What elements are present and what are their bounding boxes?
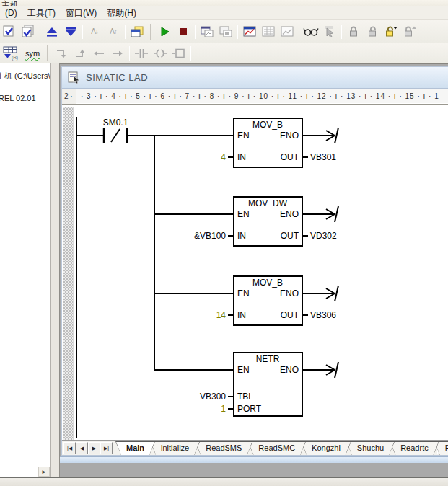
tab-readsms[interactable]: ReadSMS bbox=[195, 441, 252, 455]
upload-button[interactable] bbox=[43, 23, 61, 40]
line-up-button[interactable] bbox=[71, 45, 89, 62]
operand-out: VB306 bbox=[310, 310, 336, 320]
pin-out: OUT bbox=[281, 152, 299, 162]
separator bbox=[125, 25, 126, 39]
project-tree-root[interactable]: 主机 (C:\Users\ bbox=[0, 71, 50, 81]
operand-in: &VB100 bbox=[194, 231, 226, 241]
pin-in: IN bbox=[237, 310, 246, 320]
tab-label: Shuchu bbox=[347, 442, 394, 455]
ruler-ticks: · 3 · ı · 4 · ı · 5 · ı · 6 · ı · 7 · ı … bbox=[76, 89, 448, 104]
pause-status-button[interactable] bbox=[216, 23, 235, 40]
insert-box-button[interactable] bbox=[170, 45, 188, 62]
operand-in: 4 bbox=[221, 152, 226, 162]
tab-nav-next-button[interactable]: ▶ bbox=[88, 442, 100, 454]
main-area: 主机 (C:\Users\ REL 02.01 ► SIMATIC LAD 2 … bbox=[0, 63, 448, 477]
chart-history-icon bbox=[261, 25, 276, 38]
line-left-button[interactable] bbox=[89, 45, 108, 62]
read-all-forced-button[interactable] bbox=[400, 23, 419, 40]
address-table-button[interactable]: (R) bbox=[0, 45, 22, 62]
menu-help[interactable]: 帮助(H) bbox=[102, 6, 141, 21]
program-status-icon bbox=[200, 25, 214, 38]
tab-main[interactable]: Main bbox=[115, 441, 155, 455]
tab-nav-last-button[interactable]: ▶| bbox=[100, 442, 113, 454]
line-down-button[interactable] bbox=[52, 45, 71, 62]
nav-last-icon: ▶| bbox=[104, 446, 109, 451]
editor-titlebar[interactable]: SIMATIC LAD bbox=[62, 67, 448, 89]
project-tree-panel[interactable]: 主机 (C:\Users\ REL 02.01 ► bbox=[0, 63, 51, 477]
run-button[interactable] bbox=[155, 23, 174, 40]
tab-readsmc[interactable]: ReadSMC bbox=[247, 441, 306, 455]
lock-up-icon bbox=[403, 25, 416, 37]
tab-label: Kongzhi bbox=[302, 442, 351, 455]
menu-window[interactable]: 窗口(W) bbox=[61, 6, 102, 21]
compile-button[interactable] bbox=[0, 23, 19, 40]
download-button[interactable] bbox=[61, 23, 80, 40]
toolbar-standard: A↓ A↑ bbox=[0, 20, 448, 43]
operand-in: 14 bbox=[216, 310, 227, 320]
line-right-button[interactable] bbox=[108, 45, 127, 62]
force-pointer-icon bbox=[323, 25, 336, 37]
tab-nav-first-button[interactable]: |◀ bbox=[63, 442, 76, 454]
nav-prev-icon: ◀ bbox=[80, 446, 84, 451]
force-all-button[interactable] bbox=[382, 23, 400, 40]
separator bbox=[190, 46, 191, 61]
force-button[interactable] bbox=[344, 23, 363, 40]
block-mov-b-1[interactable]: MOV_B EN ENO IN OUT 4 VB301 bbox=[221, 118, 336, 167]
view-status-button[interactable] bbox=[302, 23, 320, 40]
chart-status-button[interactable] bbox=[240, 23, 259, 40]
ladder-document-icon bbox=[68, 71, 81, 84]
tab-label: Main bbox=[116, 442, 154, 455]
insert-contact-button[interactable] bbox=[132, 45, 151, 62]
tab-kongzhi[interactable]: Kongzhi bbox=[301, 441, 351, 455]
pin-en: EN bbox=[237, 365, 250, 375]
pin-en: EN bbox=[237, 288, 250, 299]
menubar: (D) 工具(T) 窗口(W) 帮助(H) bbox=[0, 6, 448, 20]
sort-ascending-icon: A↑ bbox=[110, 27, 117, 35]
ladder-canvas[interactable]: SM0.1 MOV_B EN ENO IN bbox=[62, 105, 448, 440]
mdi-workspace: SIMATIC LAD 2 · · 3 · ı · 4 · ı · 5 · ı … bbox=[60, 63, 448, 477]
block-title: MOV_DW bbox=[248, 198, 288, 208]
symbol-info-button[interactable]: sym bbox=[22, 45, 43, 62]
compile-all-button[interactable] bbox=[19, 23, 38, 40]
pin-eno: ENO bbox=[280, 131, 299, 141]
tab-initialize[interactable]: initialize bbox=[150, 441, 200, 455]
block-title: MOV_B bbox=[252, 120, 283, 130]
sort-descending-icon: A↓ bbox=[91, 27, 98, 35]
rung-wiring bbox=[76, 136, 234, 370]
separator bbox=[150, 24, 151, 40]
separator bbox=[341, 25, 342, 39]
ladder-editor-window[interactable]: SIMATIC LAD 2 · · 3 · ı · 4 · ı · 5 · ı … bbox=[61, 66, 448, 456]
sort-ascending-button[interactable]: A↑ bbox=[104, 23, 123, 40]
force-pointer-button[interactable] bbox=[320, 23, 339, 40]
stop-button[interactable] bbox=[174, 23, 193, 40]
separator bbox=[47, 45, 48, 61]
line-down-icon bbox=[55, 48, 68, 59]
sort-descending-button[interactable]: A↓ bbox=[85, 23, 104, 40]
menu-tools[interactable]: 工具(T) bbox=[22, 6, 61, 21]
box-icon bbox=[172, 48, 186, 59]
block-netr[interactable]: NETR EN ENO TBL VB300 PORT 1 bbox=[200, 353, 302, 416]
separator bbox=[237, 25, 238, 39]
tree-scroll-right-button[interactable]: ► bbox=[38, 467, 50, 477]
rung-arrow bbox=[302, 128, 338, 143]
tab-nav-prev-button[interactable]: ◀ bbox=[76, 442, 88, 454]
menu-debug[interactable]: (D) bbox=[0, 6, 22, 19]
program-status-button[interactable] bbox=[198, 23, 216, 40]
unlock-icon bbox=[366, 25, 379, 37]
operand-tbl: VB300 bbox=[200, 392, 226, 402]
contact-sm0-1[interactable]: SM0.1 bbox=[103, 118, 128, 143]
unforce-button[interactable] bbox=[363, 23, 382, 40]
block-mov-b-2[interactable]: MOV_B EN ENO IN OUT 14 VB306 bbox=[216, 276, 337, 325]
options-button[interactable] bbox=[128, 23, 146, 40]
panel-splitter[interactable] bbox=[51, 63, 60, 477]
insert-coil-button[interactable] bbox=[151, 45, 170, 62]
chart-history-button[interactable] bbox=[259, 23, 278, 40]
sheet-tabs: MaininitializeReadSMSReadSMCKongzhiShuch… bbox=[115, 441, 448, 455]
chart-write-button[interactable] bbox=[278, 23, 297, 40]
contact-icon bbox=[134, 48, 149, 59]
block-title: NETR bbox=[256, 354, 280, 364]
tab-readrtc[interactable]: Readrtc bbox=[390, 441, 439, 455]
tab-shuchu[interactable]: Shuchu bbox=[346, 441, 395, 455]
pin-port: PORT bbox=[237, 404, 262, 414]
block-mov-dw[interactable]: MOV_DW EN ENO IN OUT &VB100 VD302 bbox=[194, 197, 337, 246]
